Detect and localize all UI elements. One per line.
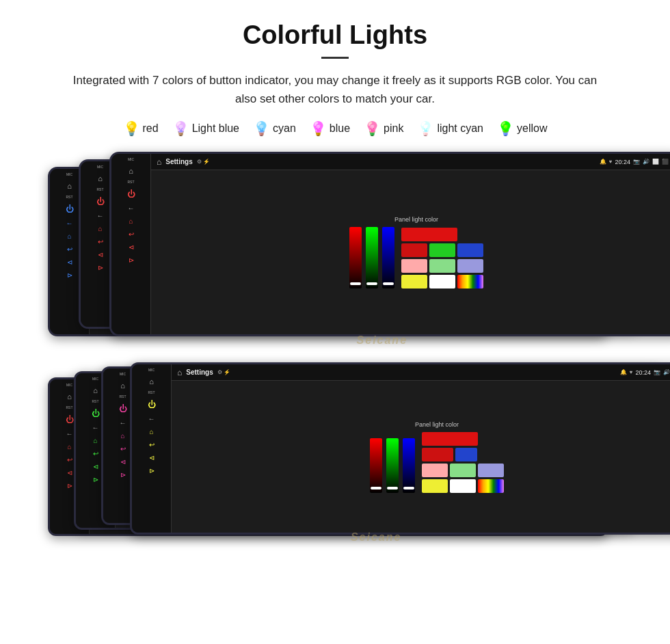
pink-bulb-icon: 💡 [364,120,381,137]
color-sliders-bot [370,438,415,493]
settings-title-bot: Settings [186,368,213,376]
panel-label-top: Panel light color [394,216,438,223]
color-pink: 💡 pink [364,120,403,137]
color-lightblue: 💡 Light blue [172,120,239,137]
color-yellow: 💡 yellow [497,120,547,137]
color-cyan: 💡 cyan [253,120,296,137]
color-grid-bot [422,432,504,493]
color-yellow-label: yellow [517,122,547,135]
header-divider [321,57,349,59]
settings-title-top: Settings [165,158,192,165]
lightblue-bulb-icon: 💡 [172,120,189,137]
color-blue: 💡 blue [310,120,350,137]
top-device-main: MIC ⌂ RST ⏻ ← ⌂ ↩ ⊲ ⊳ ⌂ Settings ⚙ ⚡ [109,152,670,336]
color-grid-top [401,228,483,289]
bot-device-main: MIC ⌂ RST ⏻ ← ⌂ ↩ ⊲ ⊳ ⌂ Settings ⚙ ⚡ [130,362,670,535]
color-lightblue-label: Light blue [192,122,239,135]
time-display-bot: 20:24 [635,369,651,376]
color-lightcyan-label: light cyan [437,122,483,135]
color-lightcyan: 💡 light cyan [417,120,483,137]
watermark-bot: Seicane [351,531,401,544]
red-bulb-icon: 💡 [123,120,140,137]
page-wrapper: Colorful Lights Integrated with 7 colors… [0,0,670,574]
watermark-top: Seicane [357,334,407,347]
bottom-device-stack: MIC ⌂ RST ⏻ ← ⌂ ↩ ⊲ ⊳ ⌂ Setti [41,362,629,547]
color-cyan-label: cyan [273,122,296,135]
color-sliders-top [349,227,394,289]
lightcyan-bulb-icon: 💡 [417,120,434,137]
cyan-bulb-icon: 💡 [253,120,270,137]
color-red-label: red [143,122,159,135]
color-labels-row: 💡 red 💡 Light blue 💡 cyan 💡 blue 💡 pink … [41,120,629,137]
page-title: Colorful Lights [41,21,629,50]
panel-label-bot: Panel light color [415,421,459,428]
color-red: 💡 red [123,120,159,137]
top-device-stack: MIC ⌂ RST ⏻ ← ⌂ ↩ ⊲ ⊳ ⌂ [41,152,629,350]
yellow-bulb-icon: 💡 [497,120,514,137]
color-blue-label: blue [330,122,350,135]
blue-bulb-icon: 💡 [310,120,327,137]
header-description: Integrated with 7 colors of button indic… [68,71,602,108]
color-pink-label: pink [384,122,403,135]
time-display-top: 20:24 [615,159,630,165]
